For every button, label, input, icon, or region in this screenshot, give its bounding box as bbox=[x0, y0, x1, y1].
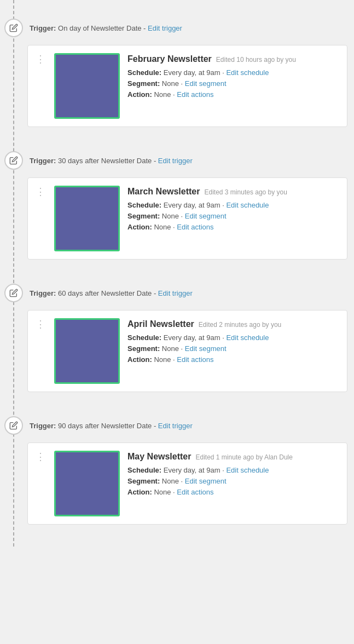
trigger-row-4: Trigger: 90 days after Newsletter Date -… bbox=[0, 409, 354, 442]
timeline: Trigger: On day of Newsletter Date - Edi… bbox=[0, 0, 354, 547]
drag-handle-4[interactable]: ⋮ bbox=[36, 451, 47, 462]
card-action-2: Action: None · Edit actions bbox=[127, 223, 339, 231]
card-edited-3: Edited 2 minutes ago by you bbox=[199, 321, 281, 329]
card-thumbnail-2 bbox=[54, 186, 120, 251]
edit-actions-link-3[interactable]: Edit actions bbox=[177, 355, 213, 364]
newsletter-card-2: ⋮ March Newsletter Edited 3 minutes ago … bbox=[27, 177, 347, 260]
card-title-4: May Newsletter bbox=[127, 452, 191, 462]
newsletter-card-3: ⋮ April Newsletter Edited 2 minutes ago … bbox=[27, 310, 347, 392]
edit-schedule-link-3[interactable]: Edit schedule bbox=[226, 334, 269, 342]
edit-trigger-link-4[interactable]: Edit trigger bbox=[158, 422, 193, 430]
card-edited-4: Edited 1 minute ago by Alan Dule bbox=[196, 453, 293, 461]
edit-pencil-icon bbox=[9, 24, 18, 32]
trigger-text-3: Trigger: 60 days after Newsletter Date -… bbox=[30, 289, 193, 297]
card-title-row-2: March Newsletter Edited 3 minutes ago by… bbox=[127, 187, 339, 197]
trigger-icon-4 bbox=[4, 416, 23, 435]
edit-pencil-icon-4 bbox=[9, 421, 18, 430]
edit-actions-link-2[interactable]: Edit actions bbox=[177, 223, 213, 231]
card-container-4: ⋮ May Newsletter Edited 1 minute ago by … bbox=[27, 442, 354, 536]
card-schedule-4: Schedule: Every day, at 9am · Edit sched… bbox=[127, 466, 339, 474]
card-content-3: April Newsletter Edited 2 minutes ago by… bbox=[127, 318, 339, 366]
card-content-1: February Newsletter Edited 10 hours ago … bbox=[127, 53, 339, 101]
edit-segment-link-1[interactable]: Edit segment bbox=[185, 79, 227, 88]
card-title-row-4: May Newsletter Edited 1 minute ago by Al… bbox=[127, 452, 339, 462]
edit-trigger-link-1[interactable]: Edit trigger bbox=[148, 24, 182, 32]
drag-handle-3[interactable]: ⋮ bbox=[36, 318, 47, 329]
card-title-1: February Newsletter bbox=[127, 54, 212, 64]
card-segment-2: Segment: None · Edit segment bbox=[127, 212, 339, 220]
card-thumbnail-4 bbox=[54, 451, 120, 516]
trigger-row-2: Trigger: 30 days after Newsletter Date -… bbox=[0, 143, 354, 177]
trigger-text-2: Trigger: 30 days after Newsletter Date -… bbox=[30, 157, 193, 165]
edit-trigger-link-2[interactable]: Edit trigger bbox=[158, 157, 193, 165]
trigger-row-3: Trigger: 60 days after Newsletter Date -… bbox=[0, 276, 354, 310]
card-container-3: ⋮ April Newsletter Edited 2 minutes ago … bbox=[27, 310, 354, 403]
trigger-row-1: Trigger: On day of Newsletter Date - Edi… bbox=[0, 11, 354, 45]
newsletter-card-4: ⋮ May Newsletter Edited 1 minute ago by … bbox=[27, 442, 347, 525]
edit-pencil-icon-2 bbox=[9, 156, 18, 165]
card-action-3: Action: None · Edit actions bbox=[127, 355, 339, 364]
trigger-text-1: Trigger: On day of Newsletter Date - Edi… bbox=[30, 24, 182, 32]
card-title-row-1: February Newsletter Edited 10 hours ago … bbox=[127, 54, 339, 64]
card-segment-4: Segment: None · Edit segment bbox=[127, 477, 339, 485]
edit-actions-link-4[interactable]: Edit actions bbox=[177, 488, 213, 496]
drag-handle-1[interactable]: ⋮ bbox=[36, 53, 47, 64]
trigger-icon-2 bbox=[4, 151, 23, 170]
card-container-2: ⋮ March Newsletter Edited 3 minutes ago … bbox=[27, 177, 354, 271]
edit-segment-link-4[interactable]: Edit segment bbox=[185, 477, 227, 485]
card-title-3: April Newsletter bbox=[127, 319, 194, 329]
card-schedule-1: Schedule: Every day, at 9am · Edit sched… bbox=[127, 68, 339, 77]
card-thumbnail-3 bbox=[54, 318, 120, 384]
card-schedule-3: Schedule: Every day, at 9am · Edit sched… bbox=[127, 334, 339, 342]
card-title-row-3: April Newsletter Edited 2 minutes ago by… bbox=[127, 319, 339, 329]
edit-pencil-icon-3 bbox=[9, 289, 18, 297]
card-edited-2: Edited 3 minutes ago by you bbox=[205, 188, 287, 196]
edit-segment-link-3[interactable]: Edit segment bbox=[185, 344, 227, 353]
card-segment-1: Segment: None · Edit segment bbox=[127, 79, 339, 88]
timeline-line bbox=[13, 0, 14, 547]
edit-schedule-link-4[interactable]: Edit schedule bbox=[226, 466, 269, 474]
edit-trigger-link-3[interactable]: Edit trigger bbox=[158, 289, 193, 297]
card-title-2: March Newsletter bbox=[127, 187, 200, 197]
trigger-icon-3 bbox=[4, 284, 23, 302]
card-segment-3: Segment: None · Edit segment bbox=[127, 344, 339, 353]
newsletter-card-1: ⋮ February Newsletter Edited 10 hours ag… bbox=[27, 45, 347, 127]
edit-schedule-link-2[interactable]: Edit schedule bbox=[226, 201, 269, 209]
card-thumbnail-1 bbox=[54, 53, 120, 119]
card-action-1: Action: None · Edit actions bbox=[127, 90, 339, 99]
edit-schedule-link-1[interactable]: Edit schedule bbox=[226, 68, 269, 77]
trigger-text-4: Trigger: 90 days after Newsletter Date -… bbox=[30, 422, 193, 430]
trigger-icon-1 bbox=[4, 19, 23, 37]
edit-segment-link-2[interactable]: Edit segment bbox=[185, 212, 227, 220]
card-content-2: March Newsletter Edited 3 minutes ago by… bbox=[127, 186, 339, 234]
card-content-4: May Newsletter Edited 1 minute ago by Al… bbox=[127, 451, 339, 499]
edit-actions-link-1[interactable]: Edit actions bbox=[177, 90, 213, 99]
card-schedule-2: Schedule: Every day, at 9am · Edit sched… bbox=[127, 201, 339, 209]
card-container-1: ⋮ February Newsletter Edited 10 hours ag… bbox=[27, 45, 354, 138]
drag-handle-2[interactable]: ⋮ bbox=[36, 186, 47, 197]
card-edited-1: Edited 10 hours ago by you bbox=[216, 56, 296, 64]
card-action-4: Action: None · Edit actions bbox=[127, 488, 339, 496]
